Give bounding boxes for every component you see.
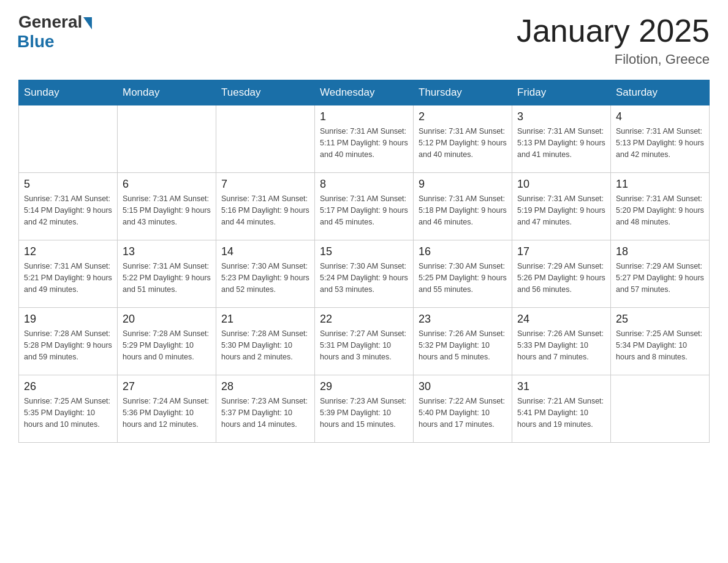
calendar-table: SundayMondayTuesdayWednesdayThursdayFrid… xyxy=(18,80,710,443)
logo-blue-text: Blue xyxy=(17,32,55,52)
cell-info-text: Sunrise: 7:27 AM Sunset: 5:31 PM Dayligh… xyxy=(320,328,408,362)
calendar-cell: 16Sunrise: 7:30 AM Sunset: 5:25 PM Dayli… xyxy=(414,240,512,308)
calendar-cell: 3Sunrise: 7:31 AM Sunset: 5:13 PM Daylig… xyxy=(512,105,611,173)
cell-info-text: Sunrise: 7:26 AM Sunset: 5:32 PM Dayligh… xyxy=(419,328,507,362)
logo: General Blue xyxy=(18,12,92,52)
calendar-week-row: 5Sunrise: 7:31 AM Sunset: 5:14 PM Daylig… xyxy=(19,173,710,240)
calendar-cell: 7Sunrise: 7:31 AM Sunset: 5:16 PM Daylig… xyxy=(216,173,315,240)
logo-triangle-icon xyxy=(83,17,92,29)
cell-info-text: Sunrise: 7:31 AM Sunset: 5:16 PM Dayligh… xyxy=(221,193,309,228)
calendar-cell xyxy=(216,105,315,173)
cell-day-number: 31 xyxy=(517,380,605,393)
cell-day-number: 26 xyxy=(24,380,112,393)
calendar-cell: 4Sunrise: 7:31 AM Sunset: 5:13 PM Daylig… xyxy=(611,105,710,173)
cell-day-number: 12 xyxy=(24,245,112,258)
day-of-week-header: Saturday xyxy=(611,80,710,105)
cell-info-text: Sunrise: 7:30 AM Sunset: 5:24 PM Dayligh… xyxy=(320,261,408,295)
cell-info-text: Sunrise: 7:21 AM Sunset: 5:41 PM Dayligh… xyxy=(517,396,605,430)
cell-day-number: 24 xyxy=(517,313,605,326)
calendar-cell: 19Sunrise: 7:28 AM Sunset: 5:28 PM Dayli… xyxy=(19,308,118,375)
calendar-cell xyxy=(19,105,118,173)
cell-info-text: Sunrise: 7:31 AM Sunset: 5:22 PM Dayligh… xyxy=(123,261,211,295)
calendar-cell: 9Sunrise: 7:31 AM Sunset: 5:18 PM Daylig… xyxy=(414,173,512,240)
cell-day-number: 22 xyxy=(320,313,408,326)
cell-day-number: 18 xyxy=(616,245,704,258)
calendar-cell: 30Sunrise: 7:22 AM Sunset: 5:40 PM Dayli… xyxy=(414,375,512,443)
calendar-cell: 28Sunrise: 7:23 AM Sunset: 5:37 PM Dayli… xyxy=(216,375,315,443)
day-of-week-header: Friday xyxy=(512,80,611,105)
cell-day-number: 10 xyxy=(517,178,605,191)
cell-info-text: Sunrise: 7:31 AM Sunset: 5:15 PM Dayligh… xyxy=(123,193,211,228)
calendar-week-row: 12Sunrise: 7:31 AM Sunset: 5:21 PM Dayli… xyxy=(19,240,710,308)
cell-day-number: 2 xyxy=(419,110,507,123)
calendar-title: January 2025 xyxy=(517,12,710,49)
cell-day-number: 3 xyxy=(517,110,605,123)
cell-info-text: Sunrise: 7:31 AM Sunset: 5:20 PM Dayligh… xyxy=(616,193,704,228)
cell-info-text: Sunrise: 7:25 AM Sunset: 5:35 PM Dayligh… xyxy=(24,396,112,430)
cell-info-text: Sunrise: 7:23 AM Sunset: 5:37 PM Dayligh… xyxy=(221,396,309,430)
day-of-week-header: Wednesday xyxy=(315,80,414,105)
calendar-week-row: 1Sunrise: 7:31 AM Sunset: 5:11 PM Daylig… xyxy=(19,105,710,173)
calendar-header-row: SundayMondayTuesdayWednesdayThursdayFrid… xyxy=(19,80,710,105)
cell-info-text: Sunrise: 7:28 AM Sunset: 5:30 PM Dayligh… xyxy=(221,328,309,362)
calendar-cell: 13Sunrise: 7:31 AM Sunset: 5:22 PM Dayli… xyxy=(118,240,216,308)
cell-info-text: Sunrise: 7:31 AM Sunset: 5:14 PM Dayligh… xyxy=(24,193,112,228)
cell-day-number: 1 xyxy=(320,110,408,123)
cell-day-number: 5 xyxy=(24,178,112,191)
calendar-cell: 2Sunrise: 7:31 AM Sunset: 5:12 PM Daylig… xyxy=(414,105,512,173)
calendar-cell: 8Sunrise: 7:31 AM Sunset: 5:17 PM Daylig… xyxy=(315,173,414,240)
cell-day-number: 8 xyxy=(320,178,408,191)
calendar-cell: 17Sunrise: 7:29 AM Sunset: 5:26 PM Dayli… xyxy=(512,240,611,308)
cell-info-text: Sunrise: 7:31 AM Sunset: 5:19 PM Dayligh… xyxy=(517,193,605,228)
cell-info-text: Sunrise: 7:31 AM Sunset: 5:18 PM Dayligh… xyxy=(419,193,507,228)
calendar-cell: 12Sunrise: 7:31 AM Sunset: 5:21 PM Dayli… xyxy=(19,240,118,308)
cell-info-text: Sunrise: 7:31 AM Sunset: 5:11 PM Dayligh… xyxy=(320,126,408,160)
calendar-cell: 25Sunrise: 7:25 AM Sunset: 5:34 PM Dayli… xyxy=(611,308,710,375)
day-of-week-header: Monday xyxy=(118,80,216,105)
logo-general-text: General xyxy=(18,12,82,32)
calendar-cell: 26Sunrise: 7:25 AM Sunset: 5:35 PM Dayli… xyxy=(19,375,118,443)
calendar-cell: 14Sunrise: 7:30 AM Sunset: 5:23 PM Dayli… xyxy=(216,240,315,308)
calendar-cell: 11Sunrise: 7:31 AM Sunset: 5:20 PM Dayli… xyxy=(611,173,710,240)
calendar-week-row: 19Sunrise: 7:28 AM Sunset: 5:28 PM Dayli… xyxy=(19,308,710,375)
cell-day-number: 30 xyxy=(419,380,507,393)
cell-day-number: 6 xyxy=(123,178,211,191)
calendar-cell: 6Sunrise: 7:31 AM Sunset: 5:15 PM Daylig… xyxy=(118,173,216,240)
cell-day-number: 4 xyxy=(616,110,704,123)
cell-info-text: Sunrise: 7:31 AM Sunset: 5:21 PM Dayligh… xyxy=(24,261,112,295)
calendar-cell xyxy=(118,105,216,173)
cell-info-text: Sunrise: 7:29 AM Sunset: 5:27 PM Dayligh… xyxy=(616,261,704,295)
cell-day-number: 20 xyxy=(123,313,211,326)
cell-day-number: 17 xyxy=(517,245,605,258)
cell-info-text: Sunrise: 7:24 AM Sunset: 5:36 PM Dayligh… xyxy=(123,396,211,430)
cell-info-text: Sunrise: 7:31 AM Sunset: 5:17 PM Dayligh… xyxy=(320,193,408,228)
cell-day-number: 28 xyxy=(221,380,309,393)
cell-info-text: Sunrise: 7:30 AM Sunset: 5:23 PM Dayligh… xyxy=(221,261,309,295)
day-of-week-header: Sunday xyxy=(19,80,118,105)
calendar-cell: 27Sunrise: 7:24 AM Sunset: 5:36 PM Dayli… xyxy=(118,375,216,443)
cell-day-number: 14 xyxy=(221,245,309,258)
calendar-cell: 31Sunrise: 7:21 AM Sunset: 5:41 PM Dayli… xyxy=(512,375,611,443)
cell-info-text: Sunrise: 7:28 AM Sunset: 5:28 PM Dayligh… xyxy=(24,328,112,362)
calendar-cell: 22Sunrise: 7:27 AM Sunset: 5:31 PM Dayli… xyxy=(315,308,414,375)
cell-day-number: 21 xyxy=(221,313,309,326)
day-of-week-header: Tuesday xyxy=(216,80,315,105)
cell-info-text: Sunrise: 7:29 AM Sunset: 5:26 PM Dayligh… xyxy=(517,261,605,295)
calendar-cell: 24Sunrise: 7:26 AM Sunset: 5:33 PM Dayli… xyxy=(512,308,611,375)
cell-info-text: Sunrise: 7:30 AM Sunset: 5:25 PM Dayligh… xyxy=(419,261,507,295)
cell-info-text: Sunrise: 7:31 AM Sunset: 5:12 PM Dayligh… xyxy=(419,126,507,160)
cell-day-number: 25 xyxy=(616,313,704,326)
cell-day-number: 29 xyxy=(320,380,408,393)
cell-day-number: 23 xyxy=(419,313,507,326)
cell-info-text: Sunrise: 7:26 AM Sunset: 5:33 PM Dayligh… xyxy=(517,328,605,362)
calendar-cell: 18Sunrise: 7:29 AM Sunset: 5:27 PM Dayli… xyxy=(611,240,710,308)
calendar-cell: 29Sunrise: 7:23 AM Sunset: 5:39 PM Dayli… xyxy=(315,375,414,443)
cell-day-number: 9 xyxy=(419,178,507,191)
page-header: General Blue January 2025 Filotion, Gree… xyxy=(18,12,710,67)
calendar-cell: 15Sunrise: 7:30 AM Sunset: 5:24 PM Dayli… xyxy=(315,240,414,308)
calendar-cell: 21Sunrise: 7:28 AM Sunset: 5:30 PM Dayli… xyxy=(216,308,315,375)
cell-day-number: 27 xyxy=(123,380,211,393)
cell-day-number: 16 xyxy=(419,245,507,258)
calendar-cell xyxy=(611,375,710,443)
cell-info-text: Sunrise: 7:31 AM Sunset: 5:13 PM Dayligh… xyxy=(616,126,704,160)
